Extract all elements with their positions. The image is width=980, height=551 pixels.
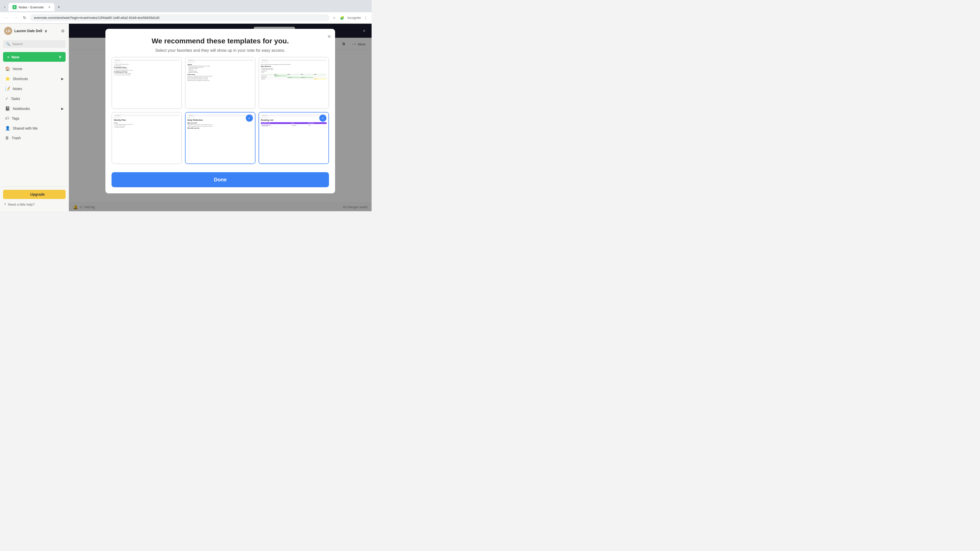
template-reading-check: ✓: [319, 114, 326, 122]
home-icon: 🏠: [5, 66, 10, 71]
refresh-btn[interactable]: ↻: [21, 14, 28, 21]
search-placeholder: Search: [12, 42, 23, 46]
settings-gear-btn[interactable]: ⚙: [61, 29, 65, 33]
sidebar-item-trash[interactable]: 🗑 Trash: [0, 133, 68, 143]
app-container: LD Lauren Dale Deli ∨ ⚙ 🔍 Search + New ∨…: [0, 24, 372, 211]
template-modal: × We recommend these templates for you. …: [105, 29, 335, 193]
new-button[interactable]: + New ∨: [3, 52, 65, 62]
sidebar-item-shortcuts[interactable]: ⭐ Shortcuts ▶: [0, 74, 68, 84]
modal-overlay: × We recommend these templates for you. …: [69, 24, 372, 211]
sidebar-item-tags-label: Tags: [12, 116, 19, 121]
new-plus-icon: +: [7, 55, 10, 59]
modal-subtitle: Select your favorites and they will show…: [116, 48, 325, 53]
tags-icon: 🏷: [5, 116, 9, 121]
tab-favicon: E: [13, 5, 17, 9]
template-card-todo[interactable]: My Notebook Default ▾16 ▾B I U ... Share…: [111, 57, 182, 109]
trash-icon: 🗑: [5, 136, 9, 140]
sidebar-item-tags[interactable]: 🏷 Tags: [0, 114, 68, 123]
incognito-label: Incognito: [347, 16, 361, 20]
username-chevron: ∨: [45, 29, 48, 33]
modal-header: We recommend these templates for you. Se…: [105, 29, 335, 57]
main-area: 🎁 Upgrade now. Sync across all your devi…: [69, 24, 372, 211]
extensions-btn[interactable]: 🧩: [339, 15, 345, 21]
username: Lauren Dale Deli: [14, 29, 42, 33]
shortcuts-icon: ⭐: [5, 76, 10, 81]
search-bar[interactable]: 🔍 Search: [3, 40, 65, 48]
help-label: Need a little help?: [8, 203, 35, 206]
tab-nav-prev[interactable]: ‹: [2, 4, 7, 11]
browser-chrome: ‹ E Notes - Evernote × + ← → ↻ ☆ 🧩 Incog…: [0, 0, 372, 24]
sidebar-item-tasks[interactable]: ✓ Tasks: [0, 94, 68, 103]
template-daily-check: ✓: [246, 114, 253, 122]
bookmark-btn[interactable]: ☆: [331, 15, 337, 21]
tab-title: Notes - Evernote: [19, 5, 44, 9]
new-label: New: [11, 55, 19, 59]
sidebar-item-notebooks-label: Notebooks: [13, 106, 30, 111]
sidebar-item-home-label: Home: [13, 67, 22, 71]
forward-btn[interactable]: →: [12, 14, 19, 21]
notes-icon: 📝: [5, 86, 10, 91]
user-info[interactable]: LD Lauren Dale Deli ∨: [4, 27, 48, 35]
new-arrow-icon: ∨: [59, 55, 62, 59]
modal-footer: Done: [105, 168, 335, 193]
sidebar: LD Lauren Dale Deli ∨ ⚙ 🔍 Search + New ∨…: [0, 24, 69, 211]
sidebar-header: LD Lauren Dale Deli ∨ ⚙: [0, 24, 68, 38]
template-preview-daily: My Notebook Default ▾16 ▾B I U ... Daily…: [186, 113, 255, 164]
avatar: LD: [4, 27, 12, 35]
sidebar-item-notebooks[interactable]: 📓 Notebooks ▶: [0, 103, 68, 114]
done-button[interactable]: Done: [111, 172, 329, 187]
templates-grid: My Notebook Default ▾16 ▾B I U ... Share…: [105, 57, 335, 168]
sidebar-item-tasks-label: Tasks: [11, 97, 20, 101]
modal-close-btn[interactable]: ×: [328, 33, 331, 40]
sidebar-item-home[interactable]: 🏠 Home: [0, 64, 68, 74]
template-card-project[interactable]: My Notebook Default ▾16 ▾B I U ... Plan …: [259, 57, 329, 109]
upgrade-button[interactable]: ⚡ Upgrade: [3, 190, 65, 199]
sidebar-item-notes[interactable]: 📝 Notes: [0, 84, 68, 94]
sidebar-item-shared-label: Shared with Me: [13, 126, 38, 130]
template-card-meeting[interactable]: My Notebook Default ▾16 ▾B I U ... Agend…: [185, 57, 256, 109]
template-preview-todo: My Notebook Default ▾16 ▾B I U ... Share…: [112, 57, 181, 108]
tab-bar: ‹ E Notes - Evernote × +: [0, 0, 372, 12]
template-preview-reading: My Notebook Default ▾16 ▾B I U ... Readi…: [259, 113, 328, 164]
shared-icon: 👤: [5, 126, 10, 130]
nav-items: 🏠 Home ⭐ Shortcuts ▶ 📝 Notes ✓ Tasks 📓 N…: [0, 64, 68, 186]
sidebar-item-shortcuts-label: Shortcuts: [13, 77, 28, 81]
back-btn[interactable]: ←: [3, 14, 10, 21]
url-input[interactable]: [30, 14, 329, 21]
sidebar-item-notes-label: Notes: [13, 87, 22, 91]
new-tab-btn[interactable]: +: [56, 3, 62, 11]
shortcuts-expand-icon: ▶: [61, 77, 64, 81]
browser-more-btn[interactable]: ⋮: [363, 15, 369, 21]
search-icon: 🔍: [6, 42, 10, 46]
modal-title: We recommend these templates for you.: [116, 37, 325, 45]
sidebar-item-shared[interactable]: 👤 Shared with Me: [0, 123, 68, 133]
template-preview-weekly: My Notebook Default ▾16 ▾B I U ... Weekl…: [112, 113, 181, 164]
template-preview-project: My Notebook Default ▾16 ▾B I U ... Plan …: [259, 57, 328, 108]
template-card-reading[interactable]: ✓ My Notebook Default ▾16 ▾B I U ... Rea…: [259, 112, 329, 164]
tasks-icon: ✓: [5, 96, 8, 101]
upgrade-label: Upgrade: [30, 192, 45, 197]
active-tab[interactable]: E Notes - Evernote ×: [8, 3, 54, 11]
sidebar-footer: ⚡ Upgrade ? Need a little help?: [0, 186, 68, 211]
template-card-daily[interactable]: ✓ My Notebook Default ▾16 ▾B I U ... Dai…: [185, 112, 256, 164]
help-icon: ?: [4, 203, 6, 206]
template-card-weekly[interactable]: My Notebook Default ▾16 ▾B I U ... Weekl…: [111, 112, 182, 164]
tab-close-btn[interactable]: ×: [48, 5, 50, 9]
help-button[interactable]: ? Need a little help?: [3, 200, 65, 208]
notebooks-icon: 📓: [5, 106, 10, 111]
template-preview-meeting: My Notebook Default ▾16 ▾B I U ... Agend…: [186, 57, 255, 108]
notebooks-expand-icon: ▶: [61, 107, 64, 110]
sidebar-item-trash-label: Trash: [12, 136, 21, 140]
upgrade-icon: ⚡: [24, 192, 28, 197]
address-bar: ← → ↻ ☆ 🧩 Incognito ⋮: [0, 12, 372, 24]
browser-actions: ☆ 🧩 Incognito ⋮: [331, 15, 369, 21]
